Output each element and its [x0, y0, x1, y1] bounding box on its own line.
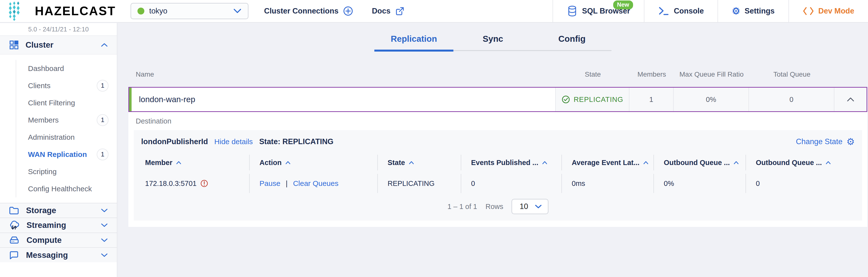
sidebar-section-label: Compute	[27, 236, 62, 245]
alert-circle-icon[interactable]	[200, 179, 209, 188]
chevron-down-icon	[101, 223, 108, 228]
hazelcast-logo-icon	[8, 1, 29, 21]
sort-up-icon	[825, 161, 831, 164]
top-bar: HAZELCAST tokyo Cluster Connections Docs…	[0, 0, 868, 23]
clear-queues-link[interactable]: Clear Queues	[293, 179, 339, 188]
column-header-action: Action	[259, 159, 282, 167]
change-state-button[interactable]: Change State ⚙	[796, 137, 855, 146]
cloud-icon	[9, 220, 20, 230]
chevron-up-icon	[101, 42, 108, 48]
avg-event-latency-cell: 0ms	[561, 174, 653, 193]
member-state-cell: REPLICATING	[377, 174, 461, 193]
outbound-queue-count-column-sort[interactable]: Outbound Queue ...	[745, 155, 855, 171]
hide-details-link[interactable]: Hide details	[214, 137, 253, 146]
sidebar-item-label: Dashboard	[28, 64, 64, 73]
sidebar-item-label: Clients	[28, 82, 51, 90]
wan-row-total-queue: 0	[748, 88, 834, 111]
sidebar-section-label: Cluster	[26, 40, 54, 50]
version-info: 5.0 - 24/11/21 - 12:10	[0, 23, 117, 36]
column-header-member: Member	[145, 159, 172, 167]
sidebar-item-wan-replication[interactable]: WAN Replication1	[16, 146, 117, 163]
topbar-actions: New SQL Browser Console ⚙ Settings	[553, 0, 868, 22]
events-published-column-sort[interactable]: Events Published ...	[461, 155, 561, 171]
sidebar-item-client-filtering[interactable]: Client Filtering	[16, 94, 117, 112]
dev-mode-button[interactable]: Dev Mode	[788, 0, 868, 22]
chevron-down-icon	[101, 238, 108, 243]
sidebar-item-label: Scripting	[28, 167, 57, 176]
sidebar-item-clients[interactable]: Clients1	[16, 77, 117, 94]
action-column-sort[interactable]: Action	[249, 155, 377, 171]
count-badge: 1	[97, 149, 108, 160]
chevron-down-icon	[535, 204, 542, 209]
new-badge: New	[613, 0, 633, 9]
sidebar-section-compute[interactable]: Compute	[0, 233, 117, 248]
member-address: 172.18.0.3:5701	[145, 180, 197, 188]
grid-icon	[9, 40, 19, 50]
member-table: Member 172.18.0.3:5701 Action	[141, 155, 855, 193]
cluster-selector-value: tokyo	[149, 7, 167, 16]
sidebar-item-label: Config Healthcheck	[28, 185, 92, 193]
code-icon	[803, 7, 814, 16]
count-badge: 1	[97, 114, 108, 126]
settings-button[interactable]: ⚙ Settings	[717, 0, 788, 22]
tab-bar: Replication Sync Config	[374, 34, 612, 51]
sort-up-icon	[733, 161, 739, 164]
tab-sync[interactable]: Sync	[454, 34, 532, 52]
pause-link[interactable]: Pause	[259, 179, 280, 188]
sidebar-section-messaging[interactable]: Messaging	[0, 247, 117, 262]
sql-browser-button[interactable]: New SQL Browser	[553, 0, 644, 22]
action-cell: Pause | Clear Queues	[249, 174, 377, 193]
wan-row-details: Destination londonPublisherId Hide detai…	[128, 112, 867, 227]
chevron-up-icon	[846, 97, 855, 102]
chevron-down-icon	[101, 208, 108, 213]
sidebar-section-streaming[interactable]: Streaming	[0, 218, 117, 233]
publisher-row: londonPublisherId Hide details State: RE…	[141, 137, 855, 146]
sidebar-item-scripting[interactable]: Scripting	[16, 163, 117, 180]
publisher-id: londonPublisherId	[141, 137, 208, 146]
destination-panel: londonPublisherId Hide details State: RE…	[134, 130, 862, 220]
sidebar-item-dashboard[interactable]: Dashboard	[16, 60, 117, 77]
column-header-state: State	[388, 159, 405, 167]
sort-up-icon	[176, 161, 182, 164]
cluster-selector[interactable]: tokyo	[131, 3, 248, 19]
rows-per-page-select[interactable]: 10	[512, 199, 548, 214]
column-header-members: Members	[630, 70, 674, 79]
state-text: REPLICATING	[574, 95, 623, 104]
cluster-connections-button[interactable]: Cluster Connections	[264, 6, 353, 16]
docs-link[interactable]: Docs	[372, 6, 405, 16]
column-header-outbound-queue-pct: Outbound Queue ...	[664, 159, 730, 167]
sidebar-section-label: Streaming	[27, 220, 66, 230]
sidebar-item-config-healthcheck[interactable]: Config Healthcheck	[16, 180, 117, 197]
rows-label: Rows	[486, 203, 503, 211]
column-header-outbound-queue-count: Outbound Queue ...	[756, 159, 822, 167]
sidebar-section-cluster[interactable]: Cluster	[0, 36, 117, 55]
member-column-sort[interactable]: Member	[141, 155, 249, 171]
events-published-cell: 0	[461, 174, 561, 193]
tab-config[interactable]: Config	[532, 34, 612, 52]
gear-icon: ⚙	[732, 6, 740, 16]
wan-row-members: 1	[629, 88, 673, 111]
chat-icon	[9, 250, 19, 260]
outbound-queue-count-cell: 0	[745, 174, 855, 193]
folder-icon	[9, 206, 19, 215]
destination-label: Destination	[128, 112, 867, 130]
sort-up-icon	[408, 161, 414, 164]
wan-replication-row[interactable]: london-wan-rep REPLICATING 1 0% 0	[128, 87, 867, 112]
settings-label: Settings	[745, 7, 774, 16]
outbound-queue-pct-cell: 0%	[653, 174, 745, 193]
sidebar-section-label: Storage	[26, 206, 56, 215]
sidebar-item-members[interactable]: Members1	[16, 112, 117, 129]
console-label: Console	[674, 7, 704, 16]
sidebar: 5.0 - 24/11/21 - 12:10 Cluster Dashboard…	[0, 23, 117, 277]
tab-replication[interactable]: Replication	[374, 34, 454, 52]
sidebar-item-label: Client Filtering	[28, 99, 75, 107]
outbound-queue-pct-column-sort[interactable]: Outbound Queue ...	[653, 155, 745, 171]
sidebar-section-storage[interactable]: Storage	[0, 203, 117, 218]
console-button[interactable]: Console	[644, 0, 717, 22]
state-column-sort[interactable]: State	[377, 155, 461, 171]
sidebar-item-administration[interactable]: Administration	[16, 129, 117, 146]
cluster-connections-label: Cluster Connections	[264, 7, 339, 16]
collapse-row-button[interactable]	[834, 88, 867, 111]
column-header-name: Name	[128, 70, 556, 78]
avg-event-latency-column-sort[interactable]: Average Event Lat...	[561, 155, 653, 171]
